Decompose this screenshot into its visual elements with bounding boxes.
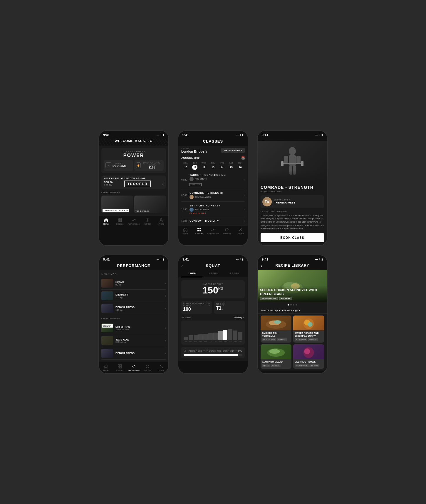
wifi-icon-b: ⌇ [319,133,320,136]
svg-rect-9 [199,230,201,231]
nav-home-p[interactable]: Home [99,364,113,371]
flame-icon: 🔥 [136,162,141,168]
recipe-card-curry[interactable]: SWEET POTATO AND CHICKPEA CURRY VEGETARI… [293,316,324,343]
nav-home[interactable]: Home [99,218,113,225]
nav-classes[interactable]: Classes [113,218,127,225]
squat-info: SQUAT 90 kg [115,281,163,286]
score-header: SCORE Monthly ∨ [181,316,245,319]
perf-item-deadlift[interactable]: DEADLIFT 150 kg › [101,290,166,302]
challenges-label: CHALLENGES [101,191,166,194]
challenge-card-2[interactable]: TIER 3 • PB 2:42 [134,196,166,213]
tortillas-img [261,316,291,330]
class-item-0730[interactable]: 07:30 COMRADE – STRENGTH THERESA WEBB › [181,189,245,202]
battery-icon-s: ▮ [242,258,244,261]
day-col-sat[interactable]: SAT 15 [229,162,234,170]
calorie-range-filter[interactable]: Calorie Range ∨ [282,309,300,312]
battery-icon-b: ▮ [321,133,323,136]
book-class-name: COMRADE - STRENGTH [261,185,324,190]
day-col-fri[interactable]: FRI 14 [219,162,225,170]
home-nav-icon-c [183,227,188,232]
back-button-squat[interactable]: ‹ [181,263,183,268]
home-nav-icon-p [104,364,108,369]
nav-profile-label-p: Profile [158,369,164,371]
recipe-card-tortillas[interactable]: SMOKED FISH TORTILLAS HIGH PROTEIN 400 K… [261,316,291,343]
nav-performance-c[interactable]: Performance [206,227,220,235]
nav-classes-label-p: Classes [116,369,123,371]
nav-nutrition-p[interactable]: Nutrition [141,364,155,371]
day-num-16: 16 [237,165,243,170]
class-item-0630[interactable]: 06:30 TARGET – CONDITIONING ROB SMYTH WA… [181,171,245,189]
phase-stats: ⇄ WEEK 3 REPS 6-8 🔥 DAILY CALORIE INTAKE… [104,160,164,171]
latest-value: 150KG [184,285,242,296]
nav-profile-p[interactable]: Profile [155,364,168,371]
back-button-recipe[interactable]: ‹ [261,263,262,268]
time-of-day-filter[interactable]: Time of the day ∨ [261,309,280,312]
nav-nutrition-c[interactable]: Nutrition [220,227,234,235]
perf-item-bench[interactable]: BENCH PRESS 110 kg › [101,302,166,315]
x-aug: Aug [218,341,223,342]
x-dec: Dec [238,341,243,342]
perf-item-squat[interactable]: SQUAT 90 kg › [101,277,166,290]
day-col-thu[interactable]: THU 13 [210,162,216,170]
bar-aug [218,331,223,340]
nav-home-c[interactable]: Home [178,227,192,235]
nav-profile-c[interactable]: Profile [234,227,248,235]
recipe-img-beetroot [293,344,324,359]
bar-jan [184,337,188,340]
day-name-fri: FRI [220,162,224,164]
bottom-nav-home: Home Classes Performance Nutrition [99,216,168,227]
phone-squat: 9:41 ▪▪▪ ⌇ ▮ ‹ SQUAT 1 REP 3 REPS 5 REPS… [178,255,248,374]
svg-point-10 [225,228,228,231]
tag-hp-b: HIGH PROTEIN [295,364,309,367]
class-info-set: SET – LIFTING HEAVY JACOB JONES CLASS IS… [189,204,244,214]
tab-1rep[interactable]: 1 REP [181,270,202,277]
date-month: AUGUST, 2020 [181,156,199,159]
latest-unit: KG [218,287,224,291]
challenge-item-500row[interactable]: CHALLENGE OF THE MONTH 500 M ROW 3 mins … [101,322,166,334]
my-schedule-button[interactable]: MY SCHEDULE [221,148,245,153]
date-header: AUGUST, 2020 📅 [178,155,248,161]
time-recipe: 9:41 [262,258,268,261]
studio-name: London Bridge ∨ [181,150,207,153]
recipe-card-beetroot[interactable]: BEETROOT BOWL HIGH PROTEIN 350 KCAL [293,344,324,369]
tier-label: TIER i [216,303,243,306]
trooper-logo[interactable]: TROOPER [124,181,151,187]
calorie-value: 2185 [142,166,162,169]
nav-profile[interactable]: Profile [155,218,168,225]
battery-icon: ▮ [163,133,164,136]
nav-performance[interactable]: Performance [127,218,140,225]
progress-section: ⬡ PROGRESS THROUGH THE CURRENT TIER 93% [181,347,245,358]
day-col-sun[interactable]: SUN 16 [237,162,243,170]
day-name-sat: SAT [229,162,233,164]
nav-classes-c[interactable]: Classes [192,227,206,235]
wifi-icon-s: ⌇ [240,258,241,261]
squat-thumb [101,279,113,288]
class-item-1100[interactable]: 11:00 CONVOY – MOBILITY › [181,217,245,225]
nav-performance-p[interactable]: Performance [127,364,140,371]
book-hero [258,141,327,182]
x-jan: Jan [183,341,188,342]
x-oct: Oct [228,341,233,342]
tab-3reps[interactable]: 3 REPS [202,270,224,277]
challenge-card-1[interactable]: CHALLENGE OF THE MONTH [101,196,133,213]
nav-nutrition[interactable]: Nutrition [141,218,155,225]
bar-mar [194,335,198,340]
calendar-icon[interactable]: 📅 [241,156,245,160]
day-col-tue[interactable]: TUE 11 [192,162,197,170]
bar-dec [238,332,242,340]
recipe-carousel-dots [258,302,327,307]
recipe-card-avocado[interactable]: AVOCADO SALAD VEGAN 250 KCAL [261,344,291,369]
class-item-1030[interactable]: 10:30 SET – LIFTING HEAVY JACOB JONES CL… [181,202,245,217]
x-jul: Jul [213,341,218,342]
calorie-stat: 🔥 DAILY CALORIE INTAKE 2185 [134,160,164,171]
book-class-button[interactable]: BOOK CLASS [261,233,324,242]
day-col-wed[interactable]: WED 12 [201,162,207,170]
svg-rect-20 [301,161,303,166]
day-col-mon[interactable]: MON 10 [183,162,188,170]
tab-5reps[interactable]: 5 REPS [224,270,245,277]
challenge-item-bench2[interactable]: BENCH PRESS › [101,347,166,360]
nav-classes-p[interactable]: Classes [113,364,127,371]
challenge-item-3030[interactable]: 30/30 ROW 350 Meters › [101,334,166,347]
score-period[interactable]: Monthly ∨ [234,316,245,319]
signal-icons-perf: ▪▪▪ ⌇ ▮ [156,258,164,261]
